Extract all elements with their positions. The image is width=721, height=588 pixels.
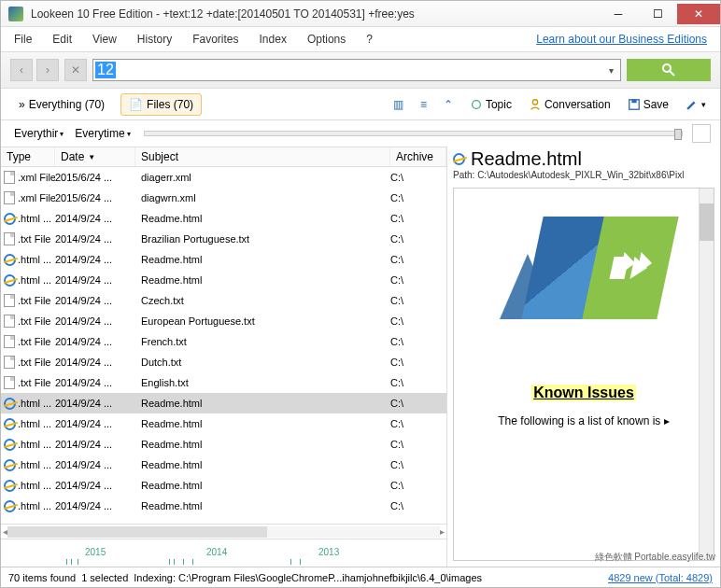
ie-icon [4,254,16,266]
close-button[interactable]: ✕ [677,4,720,24]
cell-date: 2014/9/24 ... [55,233,135,245]
cell-type: .xml File [18,192,55,203]
table-row[interactable]: .txt File2014/9/24 ...European Portugues… [1,311,446,331]
cell-archive: C:\ [390,192,446,203]
horizontal-scrollbar[interactable]: ◂▸ [1,524,446,539]
menu-file[interactable]: File [14,33,32,46]
col-archive[interactable]: Archive [390,147,446,166]
filter-toggle-button[interactable] [692,124,711,143]
nav-back-button[interactable]: ‹ [10,59,33,81]
file-icon [4,335,15,348]
table-row[interactable]: .html ...2014/9/24 ...Readme.htmlC:\ [1,475,446,496]
cell-subject: French.txt [135,336,390,347]
business-editions-link[interactable]: Learn about our Business Editions [536,33,707,46]
search-button[interactable] [627,59,711,81]
svg-point-0 [663,64,671,72]
table-row[interactable]: .xml File2015/6/24 ...diagwrn.xmlC:\ [1,188,446,208]
everything-icon: » [19,98,25,111]
app-window: Lookeen 10 Free Edition - +text:12 +date… [0,0,721,588]
table-row[interactable]: .html ...2014/9/24 ...Readme.htmlC:\ [1,393,446,413]
cell-archive: C:\ [390,357,446,368]
table-row[interactable]: .html ...2014/9/24 ...Readme.htmlC:\ [1,413,446,434]
conversation-button[interactable]: Conversation [524,93,615,116]
cell-date: 2014/9/24 ... [55,213,135,224]
app-icon [8,7,23,21]
edit-button[interactable]: ▾ [681,93,711,116]
table-row[interactable]: .txt File2014/9/24 ...Brazilian Portugue… [1,229,446,249]
statusbar: 70 items found 1 selected Indexing: C:\P… [1,567,720,587]
table-row[interactable]: .txt File2014/9/24 ...English.txtC:\ [1,372,446,393]
cell-archive: C:\ [390,439,446,450]
filter-slider[interactable] [144,131,683,136]
cell-type: .html ... [18,213,55,224]
cell-subject: Readme.html [135,398,390,409]
cell-archive: C:\ [390,213,446,224]
preview-pane: Readme.html Path: C:\Autodesk\Autodesk_P… [447,147,720,567]
status-found: 70 items found [8,572,76,583]
table-row[interactable]: .txt File2014/9/24 ...French.txtC:\ [1,331,446,352]
cell-archive: C:\ [390,233,446,245]
search-dropdown-icon[interactable]: ▾ [603,65,618,76]
menu-options[interactable]: Options [307,33,346,46]
cell-date: 2014/9/24 ... [55,336,135,347]
cell-subject: Czech.txt [135,295,390,306]
table-row[interactable]: .html ...2014/9/24 ...Readme.htmlC:\ [1,208,446,229]
status-new-link[interactable]: 4829 new (Total: 4829) [608,572,713,583]
menu-view[interactable]: View [92,33,117,46]
cell-date: 2015/6/24 ... [55,172,135,183]
table-row[interactable]: .txt File2014/9/24 ...Czech.txtC:\ [1,290,446,311]
search-input-box[interactable]: 12 ▾ [92,59,621,81]
view-lines-button[interactable]: ≡ [416,93,431,116]
cell-date: 2014/9/24 ... [55,480,135,491]
save-button[interactable]: Save [623,93,673,116]
nav-stop-button[interactable]: ✕ [64,59,87,81]
cell-subject: Readme.html [135,274,390,286]
topic-button[interactable]: Topic [465,93,516,116]
collapse-button[interactable]: ⌃ [439,93,458,116]
table-row[interactable]: .html ...2014/9/24 ...Readme.htmlC:\ [1,434,446,455]
menu-index[interactable]: Index [260,33,287,46]
cell-archive: C:\ [390,254,446,265]
filter-everything[interactable]: Everythir▾ [10,125,67,142]
tab-files[interactable]: 📄 Files (70) [120,93,202,116]
preview-path: Path: C:\Autodesk\Autodesk_PIXLR_Win_32b… [453,170,714,180]
table-row[interactable]: .txt File2014/9/24 ...Dutch.txtC:\ [1,352,446,372]
vertical-scrollbar[interactable] [699,189,714,560]
menu-edit[interactable]: Edit [52,33,72,46]
table-row[interactable]: .html ...2014/9/24 ...Readme.htmlC:\ [1,455,446,475]
table-row[interactable]: .html ...2014/9/24 ...Readme.htmlC:\ [1,496,446,516]
col-subject[interactable]: Subject [135,147,390,166]
cell-archive: C:\ [390,295,446,306]
table-row[interactable]: .html ...2014/9/24 ...Readme.htmlC:\ [1,270,446,290]
nav-forward-button[interactable]: › [36,59,59,81]
cell-subject: Readme.html [135,500,390,511]
cell-subject: Readme.html [135,480,390,491]
cell-date: 2014/9/24 ... [55,459,135,470]
timeline[interactable]: 2015 2014 2013 [1,539,446,567]
status-indexing: Indexing: C:\Program Files\GoogleChromeP… [134,572,482,583]
menu-help[interactable]: ? [366,33,373,46]
filter-everytime[interactable]: Everytime▾ [71,125,134,142]
cell-type: .html ... [18,254,55,265]
search-toolbar: ‹ › ✕ 12 ▾ [1,51,720,89]
cell-archive: C:\ [390,398,446,409]
table-row[interactable]: .xml File2015/6/24 ...diagerr.xmlC:\ [1,167,446,188]
tab-everything[interactable]: » Everything (70) [10,93,113,116]
col-date[interactable]: Date▼ [55,147,135,166]
cell-archive: C:\ [390,172,446,183]
search-input[interactable] [116,63,603,77]
col-type[interactable]: Type [1,147,55,166]
maximize-button[interactable]: ☐ [638,4,677,24]
cell-archive: C:\ [390,500,446,511]
known-issues-heading: Known Issues [531,385,636,401]
table-row[interactable]: .html ...2014/9/24 ...Readme.htmlC:\ [1,249,446,270]
minimize-button[interactable]: ─ [599,4,638,24]
cell-date: 2014/9/24 ... [55,398,135,409]
ie-icon [4,439,16,451]
ie-icon [4,213,16,225]
cell-date: 2014/9/24 ... [55,315,135,327]
results-pane: Type Date▼ Subject Archive .xml File2015… [1,147,447,567]
menu-favorites[interactable]: Favorites [192,33,238,46]
menu-history[interactable]: History [137,33,172,46]
view-list-button[interactable]: ▥ [389,93,408,116]
